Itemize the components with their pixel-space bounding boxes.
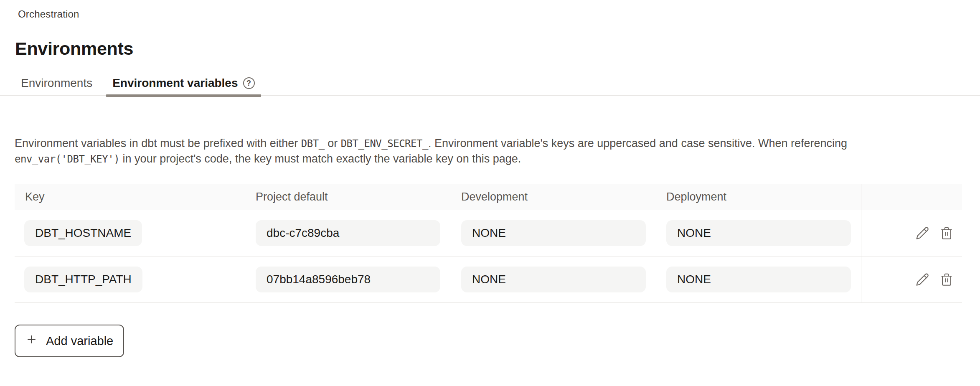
tab-environment-variables-label: Environment variables (112, 76, 238, 90)
table-header-row: Key Project default Development Deployme… (15, 184, 962, 210)
tab-environments[interactable]: Environments (21, 71, 92, 96)
deployment-pill: NONE (666, 267, 851, 292)
column-header-development: Development (461, 190, 666, 203)
column-header-deployment: Deployment (666, 190, 861, 203)
key-pill: DBT_HOSTNAME (24, 220, 142, 246)
environment-variables-page: Orchestration Environments Environments … (0, 0, 980, 386)
edit-variable-button[interactable] (915, 272, 929, 287)
development-pill: NONE (461, 267, 646, 292)
pencil-icon (915, 226, 929, 240)
tab-bar: Environments Environment variables ? (0, 71, 980, 96)
trash-icon (940, 226, 953, 240)
page-description: Environment variables in dbt must be pre… (15, 136, 955, 167)
column-header-actions (861, 184, 962, 210)
add-variable-label: Add variable (46, 334, 113, 348)
key-pill: DBT_HTTP_PATH (24, 267, 142, 292)
breadcrumb: Orchestration (18, 8, 79, 20)
table-row: DBT_HTTP_PATH 07bb14a8596beb78 NONE NONE (15, 256, 962, 303)
column-header-project-default: Project default (256, 190, 461, 203)
deployment-pill: NONE (666, 220, 851, 246)
column-header-key: Key (15, 190, 256, 203)
plus-icon (26, 334, 37, 348)
help-icon[interactable]: ? (243, 77, 255, 89)
table-row: DBT_HOSTNAME dbc-c7c89cba NONE NONE (15, 210, 962, 256)
tab-environments-label: Environments (21, 76, 92, 90)
trash-icon (940, 272, 953, 287)
tab-environment-variables[interactable]: Environment variables ? (112, 71, 254, 96)
pencil-icon (915, 272, 929, 287)
edit-variable-button[interactable] (915, 226, 929, 240)
env-var-table: Key Project default Development Deployme… (15, 184, 962, 303)
project-default-pill: dbc-c7c89cba (256, 220, 440, 246)
active-tab-underline (106, 94, 261, 97)
page-title: Environments (15, 38, 133, 59)
delete-variable-button[interactable] (940, 226, 953, 240)
add-variable-button[interactable]: Add variable (15, 325, 124, 357)
development-pill: NONE (461, 220, 646, 246)
delete-variable-button[interactable] (940, 272, 953, 287)
project-default-pill: 07bb14a8596beb78 (256, 267, 440, 292)
